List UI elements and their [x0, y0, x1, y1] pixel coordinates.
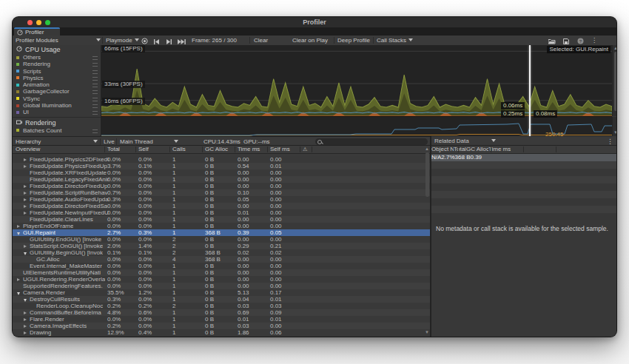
related-empty-row[interactable] [431, 198, 616, 206]
table-row[interactable]: UIElementsRuntimeUtilityNati0.0%0.0%10 B… [13, 269, 430, 276]
expand-arrow-icon[interactable] [17, 278, 20, 281]
tab-profiler[interactable]: Profiler [14, 27, 60, 36]
table-row[interactable]: StatsScript.OnGUI() [Invoke2.0%1.4%20 B0… [13, 243, 430, 249]
table-row[interactable]: Camera.Render35.5%1.2%10 B5.130.17 [13, 289, 430, 296]
collapse-arrow-icon[interactable] [24, 252, 27, 255]
expand-arrow-icon[interactable] [24, 311, 27, 314]
related-empty-row[interactable] [431, 191, 616, 198]
table-row[interactable]: FixedUpdate.DirectorFixedUp0.0%0.0%10 B0… [13, 183, 430, 189]
expand-arrow-icon[interactable] [24, 325, 27, 328]
legend-drag-handle-icon[interactable] [92, 84, 98, 87]
related-table-header[interactable]: Object NaTotalGC AllocTime ms [431, 146, 616, 154]
module-legend-item[interactable]: Batches Count [13, 127, 101, 134]
table-row[interactable]: Drawing12.9%0.4%10 B1.860.06 [13, 329, 430, 336]
table-row[interactable]: GUIUtility.EndGUI() [Invoke0.0%0.0%20 B0… [13, 236, 430, 243]
warning-column-icon[interactable]: ⚠ [303, 146, 307, 153]
related-empty-row[interactable] [431, 169, 616, 176]
column-header-total[interactable]: Total [107, 146, 120, 153]
table-row[interactable]: Flare.Render0.0%0.0%10 B0.010.01 [13, 316, 430, 323]
collapse-arrow-icon[interactable] [24, 299, 27, 302]
table-row[interactable]: GC.Alloc0.0%0.0%4368 B0.000.00 [13, 256, 430, 263]
table-row[interactable]: Event.Internal_MakeMaster0.0%0.0%10 B0.0… [13, 263, 430, 269]
column-header-time-ms[interactable]: Time ms [238, 146, 260, 153]
table-row[interactable]: FixedUpdate.NewInputFixedU0.0%0.0%10 B0.… [13, 209, 430, 216]
table-row[interactable]: UGUI.Rendering.RenderOverla0.0%0.0%10 B0… [13, 276, 430, 283]
table-row[interactable]: GUIUtility.BeginGUI() [Invok0.1%0.1%2368… [13, 249, 430, 256]
related-empty-row[interactable] [431, 183, 616, 191]
module-legend-item[interactable]: Global Illumination [13, 102, 101, 109]
table-row[interactable]: FixedUpdate.PhysicsFixedUp3.7%0.1%10 B0.… [13, 163, 430, 169]
playmode-dropdown[interactable]: Playmode [106, 36, 139, 45]
chart-scroll-up-icon[interactable]: ▲ [613, 46, 617, 50]
table-row[interactable]: FixedUpdate.ClearLines0.0%0.0%10 B0.000.… [13, 216, 430, 223]
table-row[interactable]: RenderLoop.CleanupNoc0.2%0.2%20 B0.030.0… [13, 303, 430, 309]
render-chart-scrollbar[interactable]: ▼ [612, 117, 617, 136]
column-header-self-ms[interactable]: Self ms [270, 146, 290, 153]
table-row[interactable]: FixedUpdate.AudioFixedUpda0.3%0.0%10 B0.… [13, 196, 430, 203]
legend-drag-handle-icon[interactable] [92, 63, 98, 67]
hierarchy-table-header[interactable]: OverviewTotalSelfCallsGC AllocTime msSel… [13, 146, 430, 154]
related-empty-row[interactable] [431, 206, 616, 213]
expand-arrow-icon[interactable] [24, 158, 27, 161]
hierarchy-scroll-thumb[interactable] [426, 152, 429, 197]
module-legend-item[interactable]: Animation [13, 81, 101, 88]
deep-profile-toggle[interactable]: Deep Profile [337, 36, 370, 45]
related-empty-row[interactable] [431, 213, 616, 220]
related-kebab-icon[interactable]: ⋮ [607, 137, 613, 146]
table-row[interactable]: Camera.ImageEffects0.2%0.0%10 B0.030.00 [13, 323, 430, 329]
legend-drag-handle-icon[interactable] [92, 56, 98, 60]
cpu-usage-chart[interactable] [101, 45, 612, 116]
related-column-header[interactable]: Time ms [488, 146, 511, 153]
titlebar[interactable]: Profiler [13, 17, 616, 28]
expand-arrow-icon[interactable] [24, 245, 27, 248]
legend-drag-handle-icon[interactable] [92, 70, 98, 74]
related-data-caret[interactable] [489, 136, 496, 146]
expand-arrow-icon[interactable] [24, 165, 27, 168]
related-empty-row[interactable] [431, 176, 616, 183]
legend-drag-handle-icon[interactable] [92, 129, 98, 133]
table-row[interactable]: PlayerEndOfFrame0.0%0.0%10 B0.000.00 [13, 223, 430, 229]
hierarchy-scroll-up-icon[interactable]: ▲ [425, 146, 429, 151]
hierarchy-scrollbar[interactable]: ▲ ▼ [424, 146, 430, 336]
expand-arrow-icon[interactable] [24, 205, 27, 208]
chart-scrollbar[interactable]: ▲ [612, 45, 617, 116]
expand-arrow-icon[interactable] [17, 225, 20, 228]
selected-frame-line[interactable] [529, 45, 531, 136]
legend-drag-handle-icon[interactable] [92, 77, 98, 81]
expand-arrow-icon[interactable] [24, 192, 27, 195]
chart-scroll-thumb[interactable] [614, 52, 618, 111]
rendering-chart[interactable] [101, 117, 612, 136]
module-legend-item[interactable]: Scripts [13, 68, 101, 75]
expand-arrow-icon[interactable] [24, 212, 27, 215]
related-column-header[interactable]: GC Alloc [466, 146, 488, 153]
legend-drag-handle-icon[interactable] [92, 111, 98, 115]
legend-drag-handle-icon[interactable] [92, 104, 98, 108]
related-column-header[interactable]: Total [454, 146, 466, 153]
charts-region[interactable]: 66ms (15FPS)33ms (30FPS)16ms (60FPS) Sel… [101, 45, 612, 136]
profiler-modules-caret[interactable] [94, 36, 101, 45]
module-legend-item[interactable]: UI [13, 109, 101, 115]
module-legend-item[interactable]: VSync [13, 95, 101, 102]
table-row[interactable]: FixedUpdate.Physics2DFixedU0.0%0.0%10 B0… [13, 156, 430, 163]
module-legend-item[interactable]: Others [13, 54, 101, 61]
expand-arrow-icon[interactable] [24, 318, 27, 321]
column-header-gc-alloc[interactable]: GC Alloc [205, 146, 228, 153]
legend-drag-handle-icon[interactable] [92, 98, 98, 101]
profiler-modules-dropdown[interactable]: Profiler Modules [16, 36, 58, 45]
table-row[interactable]: FixedUpdate.DirectorFixedSa0.0%0.0%10 B0… [13, 203, 430, 209]
table-row[interactable]: GUI.Repaint2.7%0.3%1368 B0.390.05 [13, 229, 430, 236]
table-row[interactable]: FixedUpdate.LegacyFixedAnim0.0%0.0%10 B0… [13, 176, 430, 183]
clear-on-play-toggle[interactable]: Clear on Play [292, 36, 328, 45]
table-row[interactable]: CommandBuffer.BeforeIma4.8%0.6%10 B0.690… [13, 309, 430, 316]
table-row[interactable]: DestroyCullResults0.3%0.0%10 B0.040.01 [13, 296, 430, 303]
module-legend-item[interactable]: Rendering [13, 61, 101, 67]
column-header-self[interactable]: Self [138, 146, 149, 153]
expand-arrow-icon[interactable] [24, 185, 27, 188]
expand-arrow-icon[interactable] [24, 198, 27, 201]
column-header-calls[interactable]: Calls [172, 146, 186, 153]
related-empty-row[interactable] [431, 161, 616, 169]
hierarchy-scroll-down-icon[interactable]: ▼ [425, 330, 429, 334]
column-header-overview[interactable]: Overview [16, 146, 40, 153]
collapse-arrow-icon[interactable] [17, 292, 20, 295]
collapse-arrow-icon[interactable] [17, 232, 20, 235]
